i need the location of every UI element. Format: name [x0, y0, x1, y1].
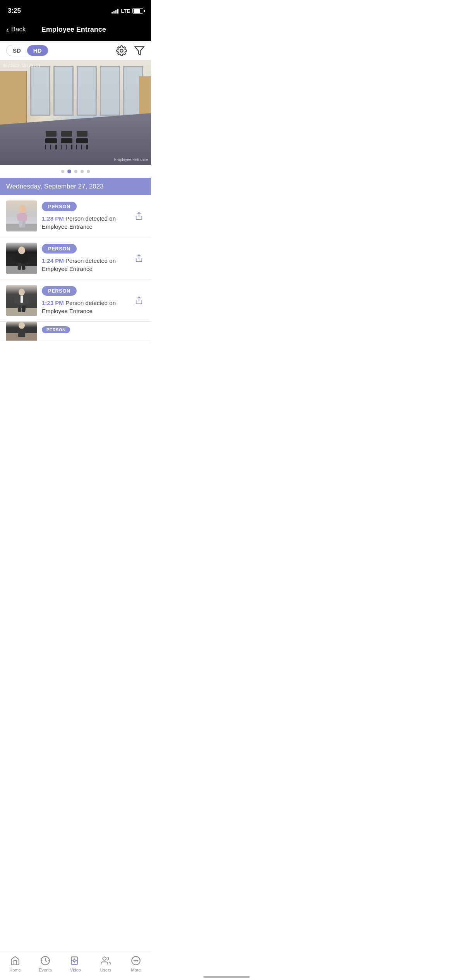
settings-button[interactable]: [116, 45, 127, 56]
svg-point-3: [19, 205, 26, 213]
svg-rect-18: [6, 308, 37, 316]
svg-point-0: [120, 49, 123, 52]
camera-timestamp: 05/2023 15:25:11: [3, 63, 40, 68]
date-header: Wednesday, September 27, 2023: [0, 178, 151, 195]
svg-rect-26: [22, 305, 26, 312]
date-header-text: Wednesday, September 27, 2023: [6, 183, 104, 190]
hd-button[interactable]: HD: [27, 45, 48, 56]
camera-label: Employee Entrance: [114, 158, 148, 162]
person-figure-icon: [6, 243, 37, 274]
svg-rect-10: [6, 266, 37, 274]
event-time: 1:24 PM: [42, 257, 64, 264]
share-button[interactable]: [133, 210, 145, 222]
event-description: 1:24 PM Person detected on Employee Entr…: [42, 257, 129, 273]
event-item: PERSON 1:28 PM Person detected on Employ…: [0, 195, 151, 237]
event-badge: PERSON: [42, 244, 77, 254]
event-badge: PERSON: [42, 202, 77, 211]
filter-icon: [134, 45, 145, 56]
person-figure-icon: [6, 200, 37, 231]
dot-1[interactable]: [61, 170, 64, 173]
nav-title: Employee Entrance: [26, 26, 122, 34]
signal-bars-icon: [112, 8, 118, 14]
sd-button[interactable]: SD: [7, 45, 27, 56]
event-content: PERSON 1:28 PM Person detected on Employ…: [42, 202, 129, 231]
toolbar-actions: [116, 45, 145, 56]
lte-label: LTE: [121, 8, 130, 14]
svg-marker-1: [135, 46, 144, 55]
event-thumbnail[interactable]: [6, 243, 37, 274]
back-button[interactable]: ‹ Back: [6, 25, 26, 34]
event-content: PERSON 1:24 PM Person detected on Employ…: [42, 244, 129, 273]
event-time: 1:23 PM: [42, 300, 64, 306]
event-thumbnail[interactable]: [6, 200, 37, 231]
toolbar: SD HD: [0, 41, 151, 60]
svg-rect-24: [25, 297, 29, 304]
event-badge: PERSON: [42, 326, 70, 333]
dot-5[interactable]: [87, 170, 90, 173]
event-thumbnail[interactable]: [6, 322, 37, 341]
battery-icon: [132, 8, 143, 14]
event-time: 1:28 PM: [42, 215, 64, 222]
event-item: PERSON 1:23 PM Person detected on Employ…: [0, 279, 151, 322]
svg-point-29: [19, 322, 25, 329]
svg-rect-23: [14, 296, 19, 304]
share-icon: [135, 212, 143, 220]
pagination-dots: [0, 165, 151, 178]
share-button[interactable]: [133, 252, 145, 264]
status-time: 3:25: [8, 7, 21, 15]
status-bar: 3:25 LTE: [0, 0, 151, 19]
person-figure-icon: [6, 285, 37, 316]
svg-rect-30: [18, 329, 25, 337]
back-label: Back: [11, 26, 26, 33]
event-content-partial: PERSON: [42, 326, 145, 336]
events-list: PERSON 1:28 PM Person detected on Employ…: [0, 195, 151, 341]
quality-selector: SD HD: [6, 45, 48, 56]
camera-feed[interactable]: 05/2023 15:25:11 Employee Entrance: [0, 60, 151, 165]
share-button[interactable]: [133, 295, 145, 306]
dot-4[interactable]: [81, 170, 84, 173]
status-icons: LTE: [112, 8, 143, 14]
svg-rect-25: [17, 305, 21, 312]
svg-rect-22: [21, 296, 23, 303]
event-item: PERSON: [0, 322, 151, 341]
event-description: 1:28 PM Person detected on Employee Entr…: [42, 214, 129, 231]
event-description: 1:23 PM Person detected on Employee Entr…: [42, 299, 129, 315]
event-badge: PERSON: [42, 286, 77, 296]
back-chevron-icon: ‹: [6, 25, 9, 34]
filter-button[interactable]: [134, 45, 145, 56]
share-icon: [135, 254, 143, 262]
dot-3[interactable]: [74, 170, 77, 173]
event-content: PERSON 1:23 PM Person detected on Employ…: [42, 286, 129, 315]
nav-bar: ‹ Back Employee Entrance: [0, 19, 151, 41]
share-icon: [135, 296, 143, 305]
svg-point-19: [19, 289, 25, 296]
chairs: [45, 130, 88, 149]
event-item: PERSON 1:24 PM Person detected on Employ…: [0, 237, 151, 279]
svg-rect-15: [17, 263, 22, 270]
svg-rect-6: [24, 214, 27, 221]
svg-rect-14: [25, 256, 28, 262]
event-thumbnail[interactable]: [6, 285, 37, 316]
person-figure-icon: [6, 322, 37, 341]
svg-point-11: [18, 247, 25, 254]
dot-2[interactable]: [67, 170, 71, 173]
camera-scene: 05/2023 15:25:11 Employee Entrance: [0, 60, 151, 165]
gear-icon: [116, 45, 127, 56]
